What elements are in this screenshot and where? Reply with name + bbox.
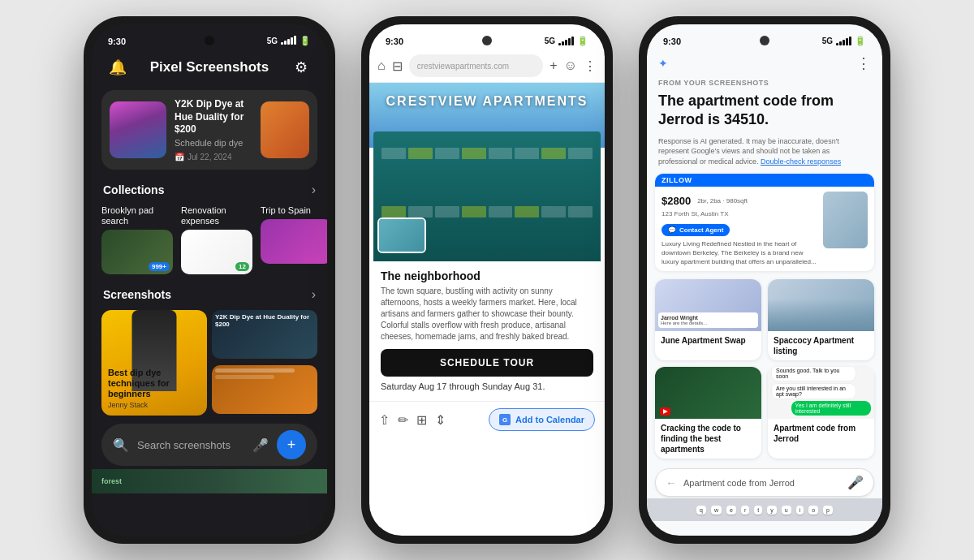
expand-icon[interactable]: ⇕: [435, 412, 446, 428]
zillow-logo: ZILLOW: [662, 176, 692, 184]
collection-renovation-label: Renovation expenses: [181, 205, 254, 226]
key-t[interactable]: t: [754, 506, 762, 515]
featured-card[interactable]: Y2K Dip Dye at Hue Duality for $200 Sche…: [101, 90, 317, 170]
card-cracking[interactable]: ▶ Cracking the code to finding the best …: [655, 367, 761, 459]
cards-grid: Jarrod Wright Here are the details... Ju…: [647, 276, 882, 465]
phone-2-screen: 9:30 5G 🔋 ⌂ ⊟ cre: [369, 24, 605, 536]
apt-date-text: Saturday Aug 17 through Sunday Aug 31.: [369, 377, 605, 398]
smiley-icon[interactable]: ☺: [564, 58, 577, 73]
search-placeholder: Search screenshots: [137, 439, 244, 451]
card-cracking-label: Cracking the code to finding the best ap…: [655, 419, 761, 459]
zillow-description: Luxury Living Redefined Nestled in the h…: [662, 239, 818, 267]
phone3-search-bar[interactable]: ← Apartment code from Jerrod 🎤: [655, 468, 874, 497]
zillow-content-row: $2800 2br, 2ba · 980sqft 123 Forth St, A…: [655, 187, 874, 272]
collection-renovation-badge: 12: [235, 262, 249, 271]
screenshots-grid: Best dip dye techniques for beginners Je…: [92, 307, 327, 419]
contact-agent-button[interactable]: 💬 Contact Agent: [662, 224, 730, 236]
key-p[interactable]: p: [823, 506, 833, 515]
window-11: [435, 206, 459, 218]
add-to-calendar-label: Add to Calendar: [515, 415, 584, 424]
phone-1: 9:30 5G 🔋: [84, 16, 335, 544]
phone2-toolbar: ⌂ ⊟ crestviewapartments.com + ☺ ⋮: [369, 51, 605, 83]
zillow-apt-thumb: [823, 192, 868, 248]
featured-info: Y2K Dip Dye at Hue Duality for $200 Sche…: [175, 98, 252, 162]
window-1: [381, 148, 406, 159]
home-icon[interactable]: ⌂: [377, 58, 386, 73]
window-2: [408, 148, 433, 159]
card-spaccocy-img: [768, 279, 874, 331]
key-q[interactable]: q: [696, 506, 706, 515]
window-12: [462, 206, 486, 218]
gear-button[interactable]: ⚙: [288, 54, 314, 80]
add-to-calendar-button[interactable]: G Add to Calendar: [489, 408, 595, 431]
collection-item-renovation[interactable]: Renovation expenses 12: [181, 205, 254, 274]
chat-bubble-2: Are you still interested in an apt swap?: [771, 383, 856, 399]
phone3-back-icon[interactable]: ←: [666, 476, 677, 489]
address-bar[interactable]: crestviewapartments.com: [409, 54, 544, 77]
window-7: [541, 148, 566, 159]
zillow-card: ZILLOW $2800 2br, 2ba · 980sqft 123 Fort…: [655, 174, 874, 272]
phone3-toolbar: ✦ ⋮: [647, 51, 882, 77]
sliders-icon[interactable]: ⊟: [392, 58, 403, 74]
key-i[interactable]: i: [796, 506, 804, 515]
collections-chevron-icon[interactable]: ›: [312, 183, 316, 197]
window-15: [541, 206, 566, 218]
featured-title: Y2K Dip Dye at Hue Duality for $200: [175, 98, 252, 136]
second-thumb: [261, 101, 309, 158]
chat-bubble-1: Sounds good. Talk to you soon: [771, 367, 856, 381]
window-14: [515, 206, 539, 218]
key-u[interactable]: u: [782, 506, 791, 515]
ai-section-label: FROM YOUR SCREENSHOTS: [647, 77, 882, 90]
key-o[interactable]: o: [808, 506, 818, 515]
signal-icon: [281, 36, 296, 46]
phone2-network: 5G: [545, 37, 555, 45]
key-w[interactable]: w: [711, 506, 722, 515]
window-5: [489, 148, 513, 159]
card-email-bg: Jarrod Wright Here are the details...: [655, 279, 761, 331]
card-spaccocy[interactable]: Spaccocy Apartment listing: [768, 279, 874, 360]
screenshots-chevron-icon[interactable]: ›: [312, 287, 316, 302]
phone3-search-input[interactable]: Apartment code from Jerrod: [683, 478, 841, 488]
window-8: [568, 148, 593, 159]
ai-disclaimer-link[interactable]: Double-check responses: [761, 157, 841, 166]
key-y[interactable]: y: [767, 506, 777, 515]
mic-icon[interactable]: 🎤: [252, 437, 269, 453]
ss-large-card[interactable]: Best dip dye techniques for beginners Je…: [101, 310, 207, 416]
apt-small-preview: [377, 218, 426, 253]
phone3-network: 5G: [822, 37, 833, 45]
zillow-price-row: $2800 2br, 2ba · 980sqft: [662, 195, 818, 207]
phone1-search-bar[interactable]: 🔍 Search screenshots 🎤 +: [101, 424, 317, 466]
ss-small-card-2[interactable]: [212, 365, 317, 414]
plus-icon[interactable]: +: [549, 58, 557, 73]
phone1-title: Pixel Screenshots: [131, 59, 288, 75]
card-apt-code[interactable]: Sounds good. Talk to you soon Are you st…: [768, 367, 874, 459]
key-e[interactable]: e: [726, 506, 736, 515]
window-10: [408, 206, 433, 218]
bell-button[interactable]: 🔔: [105, 54, 131, 80]
featured-subtitle: Schedule dip dye: [175, 138, 252, 148]
phone-1-screen: 9:30 5G 🔋: [92, 24, 327, 536]
add-button[interactable]: +: [277, 430, 306, 459]
key-r[interactable]: r: [741, 506, 749, 515]
collection-item-spain[interactable]: Trip to Spain: [261, 205, 327, 274]
ai-answer: The apartment code from Jerrod is 34510.: [647, 90, 882, 135]
share-icon[interactable]: ⇧: [379, 412, 390, 428]
more-menu-icon[interactable]: ⋮: [856, 54, 871, 72]
apt-neighborhood: The neighborhood The town square, bustli…: [369, 261, 605, 349]
phone1-header: 🔔 Pixel Screenshots ⚙: [92, 51, 327, 87]
address-bar-text: crestviewapartments.com: [417, 62, 509, 71]
phone1-status-right: 5G 🔋: [267, 36, 311, 46]
edit-icon[interactable]: ✏: [398, 412, 408, 428]
ss-small-card-1[interactable]: Y2K Dip Dye at Hue Duality for $200: [212, 310, 317, 359]
featured-thumb: [110, 101, 166, 158]
card-june-swap[interactable]: Jarrod Wright Here are the details... Ju…: [655, 279, 761, 360]
collections-label: Collections: [103, 183, 164, 196]
more-icon[interactable]: ⋮: [584, 58, 597, 74]
crop-icon[interactable]: ⊞: [416, 412, 427, 428]
schedule-tour-button[interactable]: SCHEDULE TOUR: [381, 349, 593, 377]
message-icon: 💬: [668, 226, 676, 234]
collection-item-brooklyn[interactable]: Brooklyn pad search 999+: [101, 205, 175, 274]
window-9: [381, 206, 406, 218]
phone3-mic-icon[interactable]: 🎤: [847, 475, 864, 490]
collections-header: Collections ›: [92, 178, 327, 202]
